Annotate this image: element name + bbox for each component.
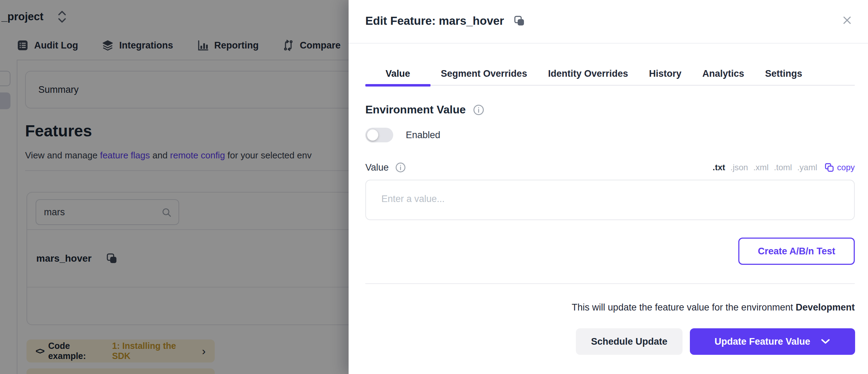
- environment-name: Development: [795, 302, 855, 313]
- tab-label: Settings: [765, 68, 802, 79]
- environment-value-heading: Environment Value: [365, 103, 466, 116]
- format-switcher: .txt .json .xml .toml .yaml copy: [713, 163, 855, 172]
- value-input[interactable]: [365, 180, 855, 220]
- copy-value-link[interactable]: copy: [824, 163, 855, 172]
- panel-title: Edit Feature: mars_hover: [365, 14, 504, 28]
- panel-tabs: Value Segment Overrides Identity Overrid…: [365, 63, 855, 86]
- footer-note-text: This will update the feature value for t…: [572, 302, 795, 313]
- schedule-update-button[interactable]: Schedule Update: [576, 328, 683, 355]
- toggle-knob: [367, 129, 378, 141]
- enabled-toggle[interactable]: [365, 128, 393, 142]
- update-button-label: Update Feature Value: [715, 336, 810, 347]
- value-section-header: Value .txt .json .xml .toml .yaml copy: [365, 160, 855, 175]
- modal-backdrop[interactable]: [0, 0, 349, 374]
- tab-segment-overrides[interactable]: Segment Overrides: [431, 63, 538, 85]
- environment-value-heading-row: Environment Value: [365, 103, 485, 116]
- footer-divider: [365, 283, 855, 284]
- value-label-row: Value: [365, 162, 406, 173]
- tab-history[interactable]: History: [639, 63, 692, 85]
- format-txt[interactable]: .txt: [713, 163, 725, 172]
- tab-label: Segment Overrides: [441, 68, 527, 79]
- copy-icon: [824, 163, 834, 172]
- enabled-toggle-row: Enabled: [365, 128, 440, 142]
- close-icon[interactable]: [842, 15, 853, 26]
- tab-value[interactable]: Value: [365, 63, 431, 85]
- update-feature-value-button[interactable]: Update Feature Value: [690, 328, 855, 355]
- chevron-down-icon[interactable]: [821, 338, 830, 345]
- info-icon[interactable]: [473, 104, 485, 116]
- create-abn-test-button[interactable]: Create A/B/n Test: [738, 238, 855, 265]
- value-label: Value: [365, 162, 389, 173]
- format-json[interactable]: .json: [730, 163, 748, 172]
- tab-identity-overrides[interactable]: Identity Overrides: [538, 63, 639, 85]
- format-yaml[interactable]: .yaml: [797, 163, 817, 172]
- enabled-toggle-label: Enabled: [406, 130, 440, 141]
- panel-header: Edit Feature: mars_hover: [349, 0, 868, 44]
- copy-feature-name-icon[interactable]: [513, 15, 526, 27]
- value-input-wrap: [365, 180, 855, 220]
- info-icon[interactable]: [395, 162, 406, 173]
- tab-label: Value: [386, 68, 410, 79]
- app-canvas: _project Audit Log Integrations Reportin…: [0, 0, 868, 374]
- tab-label: History: [649, 68, 682, 79]
- format-xml[interactable]: .xml: [753, 163, 769, 172]
- panel-title-row: Edit Feature: mars_hover: [365, 14, 526, 28]
- tab-label: Identity Overrides: [548, 68, 628, 79]
- format-toml[interactable]: .toml: [774, 163, 792, 172]
- tab-analytics[interactable]: Analytics: [692, 63, 755, 85]
- footer-note: This will update the feature value for t…: [572, 302, 855, 313]
- tab-settings[interactable]: Settings: [755, 63, 813, 85]
- tab-label: Analytics: [702, 68, 744, 79]
- edit-feature-panel: Edit Feature: mars_hover Value Segment O…: [349, 0, 868, 374]
- copy-label: copy: [837, 163, 855, 172]
